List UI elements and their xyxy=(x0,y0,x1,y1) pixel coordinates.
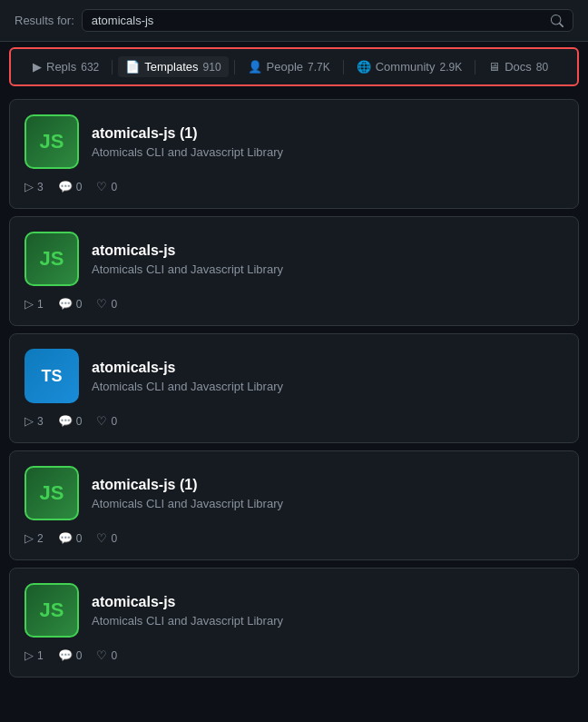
tab-docs[interactable]: 🖥 Docs 80 xyxy=(481,56,555,77)
likes-icon-3: ♡ xyxy=(96,531,107,545)
card-stats-1: ▷ 1 💬 0 ♡ 0 xyxy=(24,297,564,311)
stat-runs-4: ▷ 1 xyxy=(24,648,44,662)
results-label: Results for: xyxy=(15,14,74,27)
tab-repls-label: Repls xyxy=(46,60,76,74)
comments-icon-4: 💬 xyxy=(58,648,73,662)
top-bar: Results for: xyxy=(0,0,588,42)
card-subtitle-3: Atomicals CLI and Javascript Library xyxy=(92,497,283,510)
stat-comments-3: 💬 0 xyxy=(58,531,83,545)
result-card[interactable]: JS atomicals-js (1) Atomicals CLI and Ja… xyxy=(9,99,579,209)
card-main-2: TS atomicals-js Atomicals CLI and Javasc… xyxy=(24,349,564,403)
results-list: JS atomicals-js (1) Atomicals CLI and Ja… xyxy=(0,92,588,685)
stat-likes-1: ♡ 0 xyxy=(96,297,117,311)
tab-divider-4 xyxy=(475,60,475,74)
people-icon: 👤 xyxy=(248,60,262,74)
stat-runs-value-3: 2 xyxy=(37,532,44,545)
card-title-1: atomicals-js xyxy=(92,242,283,259)
tab-divider-3 xyxy=(343,60,344,74)
tab-community[interactable]: 🌐 Community 2.9K xyxy=(349,56,469,77)
runs-icon-2: ▷ xyxy=(24,414,34,428)
card-logo-3: JS xyxy=(24,466,79,520)
stat-comments-value-3: 0 xyxy=(76,532,83,545)
stat-runs-1: ▷ 1 xyxy=(24,297,44,311)
stat-comments-4: 💬 0 xyxy=(58,648,83,662)
tab-community-count: 2.9K xyxy=(439,61,462,74)
card-stats-0: ▷ 3 💬 0 ♡ 0 xyxy=(24,180,564,193)
tab-divider-2 xyxy=(234,60,235,74)
likes-icon-2: ♡ xyxy=(96,414,107,428)
tab-repls[interactable]: ▶ Repls 632 xyxy=(25,56,106,77)
card-logo-2: TS xyxy=(24,349,79,403)
card-main-3: JS atomicals-js (1) Atomicals CLI and Ja… xyxy=(24,466,564,520)
likes-icon-4: ♡ xyxy=(96,648,107,662)
search-icon xyxy=(551,15,564,27)
docs-icon: 🖥 xyxy=(488,60,500,74)
search-input[interactable] xyxy=(92,14,551,27)
stat-comments-value-4: 0 xyxy=(76,649,83,662)
card-logo-4: JS xyxy=(24,583,79,638)
stat-likes-value-4: 0 xyxy=(111,649,117,662)
comments-icon-1: 💬 xyxy=(58,297,73,311)
tab-people[interactable]: 👤 People 7.7K xyxy=(240,56,338,77)
runs-icon-4: ▷ xyxy=(24,648,34,662)
comments-icon-0: 💬 xyxy=(58,180,73,193)
search-button[interactable] xyxy=(551,15,564,27)
likes-icon-1: ♡ xyxy=(96,297,107,311)
card-info-4: atomicals-js Atomicals CLI and Javascrip… xyxy=(92,594,283,628)
search-wrapper[interactable] xyxy=(82,9,573,32)
card-title-2: atomicals-js xyxy=(92,360,283,376)
card-subtitle-1: Atomicals CLI and Javascript Library xyxy=(92,262,283,276)
card-subtitle-2: Atomicals CLI and Javascript Library xyxy=(92,380,283,393)
stat-runs-value-4: 1 xyxy=(37,649,44,662)
tab-repls-count: 632 xyxy=(81,61,99,74)
stat-runs-value-0: 3 xyxy=(37,181,44,193)
stat-likes-value-1: 0 xyxy=(111,298,117,311)
card-logo-0: JS xyxy=(24,114,79,169)
templates-icon: 📄 xyxy=(125,60,140,74)
tab-docs-label: Docs xyxy=(505,60,532,74)
result-card[interactable]: JS atomicals-js Atomicals CLI and Javasc… xyxy=(9,216,579,326)
stat-likes-0: ♡ 0 xyxy=(96,180,117,193)
stat-likes-value-3: 0 xyxy=(111,532,117,545)
card-stats-4: ▷ 1 💬 0 ♡ 0 xyxy=(24,648,564,662)
stat-comments-1: 💬 0 xyxy=(58,297,83,311)
tab-templates[interactable]: 📄 Templates 910 xyxy=(118,56,228,77)
card-info-0: atomicals-js (1) Atomicals CLI and Javas… xyxy=(92,125,283,159)
stat-likes-2: ♡ 0 xyxy=(96,414,117,428)
stat-likes-3: ♡ 0 xyxy=(96,531,117,545)
stat-comments-value-0: 0 xyxy=(76,181,83,193)
stat-comments-0: 💬 0 xyxy=(58,180,83,193)
stat-runs-value-2: 3 xyxy=(37,415,44,428)
card-main-0: JS atomicals-js (1) Atomicals CLI and Ja… xyxy=(24,114,564,169)
card-subtitle-0: Atomicals CLI and Javascript Library xyxy=(92,145,283,159)
comments-icon-2: 💬 xyxy=(58,414,73,428)
stat-likes-value-2: 0 xyxy=(111,415,117,428)
card-info-3: atomicals-js (1) Atomicals CLI and Javas… xyxy=(92,477,283,510)
stat-likes-4: ♡ 0 xyxy=(96,648,117,662)
stat-comments-value-1: 0 xyxy=(76,298,83,311)
result-card[interactable]: JS atomicals-js (1) Atomicals CLI and Ja… xyxy=(9,450,579,560)
result-card[interactable]: TS atomicals-js Atomicals CLI and Javasc… xyxy=(9,333,579,443)
result-card[interactable]: JS atomicals-js Atomicals CLI and Javasc… xyxy=(9,568,579,677)
card-logo-1: JS xyxy=(24,232,79,286)
card-stats-3: ▷ 2 💬 0 ♡ 0 xyxy=(24,531,564,545)
runs-icon-0: ▷ xyxy=(24,180,34,193)
stat-likes-value-0: 0 xyxy=(111,181,117,193)
stat-runs-0: ▷ 3 xyxy=(24,180,44,193)
runs-icon-3: ▷ xyxy=(24,531,34,545)
tab-templates-count: 910 xyxy=(203,61,221,74)
card-main-4: JS atomicals-js Atomicals CLI and Javasc… xyxy=(24,583,564,638)
stat-runs-3: ▷ 2 xyxy=(24,531,44,545)
runs-icon-1: ▷ xyxy=(24,297,34,311)
card-subtitle-4: Atomicals CLI and Javascript Library xyxy=(92,614,283,628)
likes-icon-0: ♡ xyxy=(96,180,107,193)
card-stats-2: ▷ 3 💬 0 ♡ 0 xyxy=(24,414,564,428)
card-title-3: atomicals-js (1) xyxy=(92,477,283,493)
tab-templates-label: Templates xyxy=(144,60,198,74)
tabs-bar: ▶ Repls 632 📄 Templates 910 👤 People 7.7… xyxy=(9,47,579,86)
card-title-4: atomicals-js xyxy=(92,594,283,610)
stat-comments-value-2: 0 xyxy=(76,415,83,428)
card-title-0: atomicals-js (1) xyxy=(92,125,283,142)
stat-runs-2: ▷ 3 xyxy=(24,414,44,428)
card-main-1: JS atomicals-js Atomicals CLI and Javasc… xyxy=(24,232,564,286)
